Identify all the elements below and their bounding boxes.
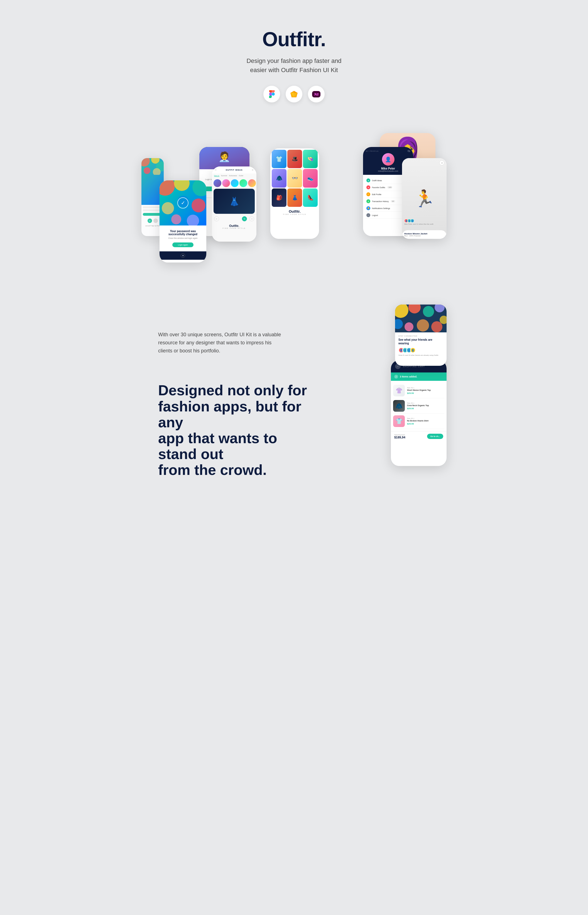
transaction-badge: 12 xyxy=(391,200,395,202)
cart-footer: Total Payment: $189,94 Go to ch... xyxy=(391,431,447,441)
phone-outfit-ideas: ☰ OUTFIT IDEAS ⊕ New In Summer Activewea… xyxy=(212,166,257,242)
hero-subtitle: Design your fashion app faster and easie… xyxy=(246,56,341,74)
cart-item-1: 👚 Size: M, L Short Sleeve Organic Top $2… xyxy=(393,383,444,399)
sport-person-image: 🏃 xyxy=(402,158,447,239)
svg-point-23 xyxy=(404,322,414,331)
friends-card-bottom: STAY CONNECTED See what your friends are… xyxy=(395,332,447,359)
sport-jacket-info: Hoxton Woven Jacket Blue - 100% Polyeste… xyxy=(404,232,427,237)
password-changed-desc: Close this window and login again xyxy=(168,237,197,239)
friends-bg-pattern xyxy=(395,305,447,332)
profile-name: Mike Peter xyxy=(381,167,395,170)
tab-new-in[interactable]: New In xyxy=(214,175,220,177)
profile-top-bar: MY PROFILE 🛍 xyxy=(363,150,413,153)
cart-item-info-1: Size: M, L Short Sleeve Organic Top $29.… xyxy=(407,387,444,394)
add-to-favorites-btn[interactable]: ☆ xyxy=(439,160,444,165)
figma-icon-container xyxy=(263,86,280,102)
cart-item-price-3: $29.99 xyxy=(407,423,444,425)
menu-label-favorites: Favorite Outfits xyxy=(372,187,385,189)
jacket-name: Hoxton Woven Jacket xyxy=(404,232,427,235)
nav-refresh-arrow[interactable]: ↻ xyxy=(242,216,247,221)
close-button[interactable]: ✕ xyxy=(181,253,185,258)
outfit-logo-text: Outfitr. xyxy=(212,224,257,228)
cart-item-size-2: Size: M, L xyxy=(407,402,444,404)
svg-point-7 xyxy=(144,167,150,174)
svg-point-20 xyxy=(423,306,434,317)
cart-added-banner: ✓ 3 Items added. xyxy=(391,373,447,381)
my-profile-label: MY PROFILE xyxy=(366,150,379,152)
menu-label-logout: Logout xyxy=(372,215,378,216)
grid-item-5: 👓 xyxy=(287,169,302,187)
menu-icon[interactable]: ☰ xyxy=(215,169,216,171)
cart-item-name-2: Crew Neck Organic Top xyxy=(407,404,444,407)
menu-icon-favorites: ♥ xyxy=(367,186,370,189)
sport-card-bottom-row: Hoxton Woven Jacket Blue - 100% Polyeste… xyxy=(404,232,444,237)
tab-summer[interactable]: Summer xyxy=(221,175,228,177)
cart-item-3: 👕 Size: M, L No Broken Hearts Shirt $29.… xyxy=(393,414,444,429)
tab-outlet[interactable]: Outlet xyxy=(239,175,243,177)
cart-item-size-3: Size: M, L xyxy=(407,418,444,419)
grid-logo-area: Outfitr. FIND YOUR STYLE xyxy=(270,208,319,217)
checkout-button[interactable]: Go to ch... xyxy=(427,434,443,439)
description-paragraph: With over 30 unique screens, Outfitr UI … xyxy=(158,331,286,355)
cart-item-info-2: Size: M, L Crew Neck Organic Top $29.99 xyxy=(407,402,444,410)
outfit-tabs-row: New In Summer Activewear Outlet xyxy=(212,173,257,178)
cart-item-name-1: Short Sleeve Organic Top xyxy=(407,389,444,391)
grid-item-9: 👠 xyxy=(303,189,318,207)
grid-item-1: 👕 xyxy=(272,150,286,168)
friends-card: STAY CONNECTED See what your friends are… xyxy=(395,305,447,366)
hero-section: Outfitr. Design your fashion app faster … xyxy=(153,11,435,130)
svg-point-16 xyxy=(187,215,199,226)
cart-item-icon-1: 👚 xyxy=(393,385,405,396)
sport-card: 🏃 ☆ 👤 👤 👤 Mike Peter, and 12 others like… xyxy=(402,158,447,239)
login-header: 🧑‍💼 xyxy=(199,147,249,169)
person-illustration: 🧑‍💼 xyxy=(218,151,231,163)
cart-item-img-3: 👕 xyxy=(393,415,405,427)
hero-title: Outfitr. xyxy=(262,28,326,51)
outfit-photo-4 xyxy=(239,179,247,187)
nav-forward-arrow[interactable]: → xyxy=(249,216,254,221)
grid-screen: 👕 🎩 👒 🧥 👓 👟 🎒 👗 👠 Outfitr. FIND YOUR STY… xyxy=(270,148,319,239)
phone-password: ✓ Your password was successfully changed… xyxy=(160,181,206,263)
xd-icon-container: Xd xyxy=(308,86,325,102)
mockups-container: ⊙ account? Sign Up Here 🧑‍💼 Let's get st… xyxy=(153,130,435,297)
grid-outfitr-tagline: FIND YOUR STYLE xyxy=(270,213,319,215)
svg-point-15 xyxy=(171,215,181,224)
menu-icon-notifications: 🔔 xyxy=(367,206,370,210)
friend-avatar-4: 👤 xyxy=(410,347,416,353)
phone-grid: 👕 🎩 👒 🧥 👓 👟 🎒 👗 👠 Outfitr. FIND YOUR STY… xyxy=(270,148,319,239)
outfit-photo-1 xyxy=(213,179,221,187)
figma-icon xyxy=(268,90,276,98)
friends-card-title: See what your friends are wearing xyxy=(398,338,443,345)
cart-item-price-1: $29.99 xyxy=(407,392,444,394)
profile-email: mike@flexmstudio.com xyxy=(378,170,398,172)
grid-item-4: 🧥 xyxy=(272,169,286,187)
nav-back-arrow[interactable]: ← xyxy=(214,216,219,221)
sport-card-bottom-info: Hoxton Woven Jacket Blue - 100% Polyeste… xyxy=(402,230,447,239)
friends-avatars-row: 👤 👤 👤 👤 xyxy=(398,347,443,353)
menu-icon-logout: → xyxy=(367,213,370,217)
cart-check-icon: ✓ xyxy=(394,375,398,379)
bottom-section: Designed not only for fashion apps, but … xyxy=(153,371,435,489)
sport-card-info: 👤 👤 👤 Mike Peter, and 12 others like thi… xyxy=(404,219,444,225)
outfit-header: ☰ OUTFIT IDEAS ⊕ xyxy=(212,166,257,173)
friends-card-top xyxy=(395,305,447,332)
cart-item-img-2: 🧥 xyxy=(393,400,405,412)
check-icon: ✓ xyxy=(177,197,189,208)
cart-item-icon-2: 🧥 xyxy=(393,400,405,412)
tab-activewear[interactable]: Activewear xyxy=(229,175,237,177)
sketch-icon-container xyxy=(286,86,302,102)
menu-label-notifications: Notifications Settings xyxy=(372,207,390,209)
password-changed-title: Your password was successfully changed xyxy=(164,230,202,236)
sport-liked-by: Mike Peter, and 12 others like this outf… xyxy=(404,223,444,225)
cart-item-img-1: 👚 xyxy=(393,385,405,396)
password-bottom: Your password was successfully changed C… xyxy=(160,226,206,252)
cart-items-list: 👚 Size: M, L Short Sleeve Organic Top $2… xyxy=(391,381,447,431)
cart-icon-outfit[interactable]: ⊕ xyxy=(252,169,254,171)
cart-item-info-3: Size: M, L No Broken Hearts Shirt $29.99 xyxy=(407,418,444,425)
outfit-large-photo: 👗 xyxy=(213,189,255,214)
login-again-button[interactable]: Login again xyxy=(172,242,194,247)
menu-icon-transaction: $ xyxy=(367,199,370,203)
profile-cart-icon[interactable]: 🛍 xyxy=(408,150,410,153)
svg-point-13 xyxy=(162,202,174,215)
sketch-icon xyxy=(290,90,298,98)
